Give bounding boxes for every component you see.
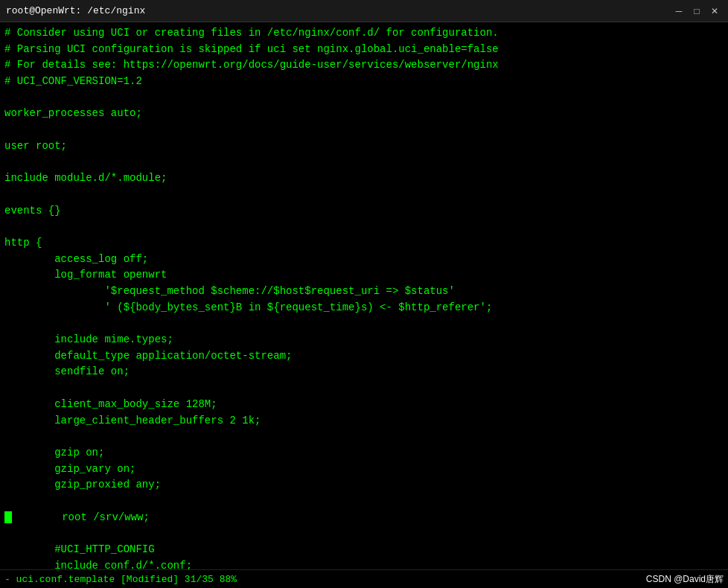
statusbar-right: CSDN @David唐辉 <box>646 573 724 586</box>
window-controls: ─ □ ✕ <box>671 4 722 19</box>
close-button[interactable]: ✕ <box>707 4 722 19</box>
minimize-button[interactable]: ─ <box>671 4 686 19</box>
terminal-window: root@OpenWrt: /etc/nginx ─ □ ✕ # Conside… <box>0 0 728 588</box>
statusbar-left: - uci.conf.template [Modified] 31/35 88% <box>4 574 237 585</box>
code-content: # Consider using UCI or creating files i… <box>4 25 724 569</box>
maximize-button[interactable]: □ <box>689 4 704 19</box>
terminal-body[interactable]: # Consider using UCI or creating files i… <box>0 22 728 569</box>
titlebar: root@OpenWrt: /etc/nginx ─ □ ✕ <box>0 0 728 22</box>
titlebar-title: root@OpenWrt: /etc/nginx <box>6 5 145 16</box>
statusbar: - uci.conf.template [Modified] 31/35 88%… <box>0 569 728 588</box>
